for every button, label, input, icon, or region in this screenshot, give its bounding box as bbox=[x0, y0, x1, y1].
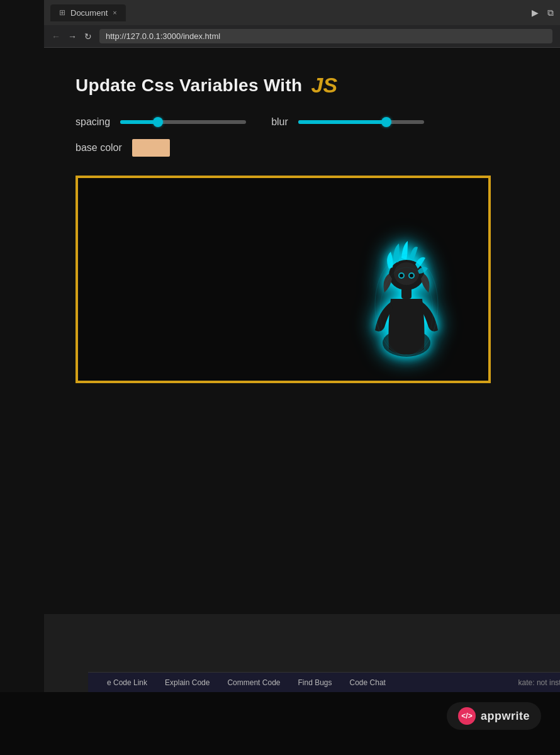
status-code-link[interactable]: e Code Link bbox=[98, 673, 156, 692]
svg-point-7 bbox=[410, 274, 413, 277]
document-tab[interactable]: ⊞ Document × bbox=[50, 4, 126, 21]
blur-label: blur bbox=[271, 116, 288, 128]
appwrite-name: appwrite bbox=[481, 710, 530, 723]
spacing-thumb[interactable] bbox=[153, 117, 163, 127]
play-button[interactable]: ▶ bbox=[532, 8, 539, 18]
main-heading: Update Css Variables With JS bbox=[76, 73, 529, 98]
color-picker[interactable] bbox=[132, 139, 170, 157]
appwrite-logo-icon: </> bbox=[458, 707, 476, 725]
character-figure bbox=[362, 223, 451, 362]
tab-close-button[interactable]: × bbox=[113, 9, 116, 16]
back-button[interactable]: ← bbox=[52, 31, 60, 42]
sidebar-strip bbox=[0, 0, 44, 692]
status-comment-code[interactable]: Comment Code bbox=[218, 673, 289, 692]
blur-thumb[interactable] bbox=[381, 117, 391, 127]
tab-icon: ⊞ bbox=[59, 8, 65, 17]
status-right: kate: not installed 🔔 bbox=[518, 678, 560, 688]
address-bar: ← → ↻ bbox=[44, 25, 560, 48]
status-bar: e Code Link Explain Code Comment Code Fi… bbox=[88, 672, 560, 692]
tab-label: Document bbox=[70, 8, 108, 18]
heading-text: Update Css Variables With bbox=[76, 76, 302, 96]
spacing-label: spacing bbox=[76, 116, 110, 128]
status-explain-code[interactable]: Explain Code bbox=[156, 673, 218, 692]
spacing-track bbox=[120, 120, 246, 124]
blur-track bbox=[298, 120, 424, 124]
vscode-window: ⊞ Document × ▶ ⧉ ← → ↻ Update Css Variab… bbox=[44, 0, 560, 692]
blur-slider[interactable] bbox=[298, 120, 424, 124]
demo-box bbox=[76, 176, 491, 383]
forward-button[interactable]: → bbox=[68, 31, 77, 42]
color-row: base color bbox=[76, 139, 529, 157]
kate-status: kate: not installed bbox=[518, 678, 560, 687]
controls-row: spacing blur bbox=[76, 116, 529, 128]
js-badge: JS bbox=[311, 73, 337, 98]
spacing-slider[interactable] bbox=[120, 120, 246, 124]
character-svg bbox=[362, 223, 451, 362]
svg-point-6 bbox=[400, 274, 403, 277]
blur-group: blur bbox=[271, 116, 424, 128]
spacing-fill bbox=[120, 120, 158, 124]
spacing-group: spacing bbox=[76, 116, 246, 128]
blur-fill bbox=[298, 120, 386, 124]
appwrite-badge: </> appwrite bbox=[447, 702, 541, 730]
url-input[interactable] bbox=[99, 29, 552, 43]
split-button[interactable]: ⧉ bbox=[547, 8, 554, 18]
base-color-label: base color bbox=[76, 142, 122, 154]
svg-point-3 bbox=[394, 262, 419, 285]
browser-content: Update Css Variables With JS spacing blu… bbox=[44, 48, 560, 614]
status-find-bugs[interactable]: Find Bugs bbox=[289, 673, 340, 692]
title-bar: ⊞ Document × ▶ ⧉ bbox=[44, 0, 560, 25]
status-code-chat[interactable]: Code Chat bbox=[341, 673, 395, 692]
reload-button[interactable]: ↻ bbox=[84, 31, 92, 42]
title-bar-actions: ▶ ⧉ bbox=[532, 8, 554, 18]
appwrite-icon-text: </> bbox=[461, 712, 472, 720]
